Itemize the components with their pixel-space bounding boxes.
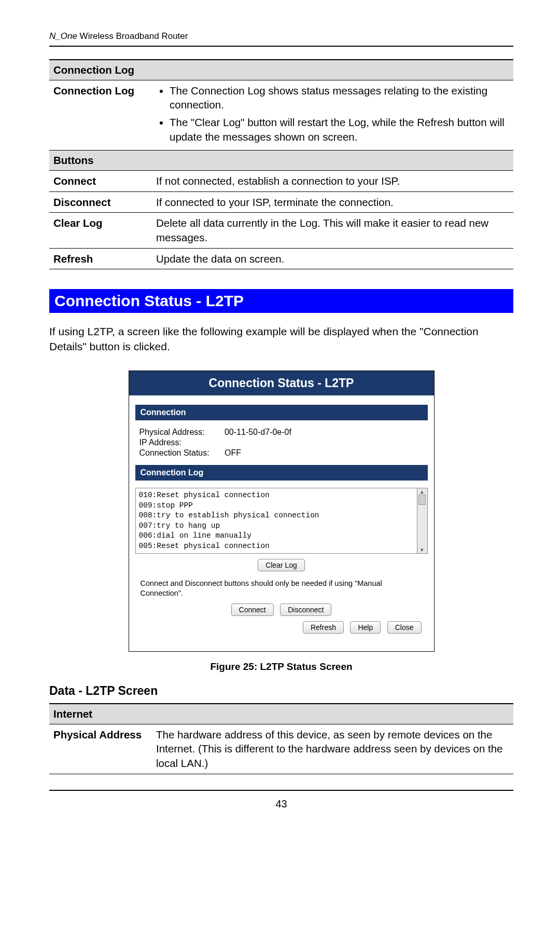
bullet: The Connection Log shows status messages… [170, 84, 508, 112]
field-ip-address: IP Address: [139, 438, 424, 447]
refresh-button[interactable]: Refresh [303, 621, 344, 634]
scroll-down-icon[interactable]: ▾ [421, 547, 424, 553]
header-rule [49, 46, 513, 47]
footer-rule [49, 790, 513, 791]
row-label: Connect [49, 171, 152, 192]
log-scrollbar[interactable]: ▴ ▾ [417, 488, 428, 554]
field-label: Connection Status: [139, 448, 222, 458]
row-content: Update the data on screen. [152, 248, 513, 269]
section-heading: Buttons [49, 150, 513, 171]
intro-paragraph: If using L2TP, a screen like the followi… [49, 324, 513, 354]
row-content: The Connection Log shows status messages… [152, 80, 513, 150]
section-heading: Internet [49, 704, 513, 724]
running-header: N_One Wireless Broadband Router [49, 31, 513, 42]
row-label: Refresh [49, 248, 152, 269]
header-product-name: N_One [49, 31, 77, 41]
log-textarea[interactable]: 010:Reset physical connection 009:stop P… [135, 488, 417, 554]
header-product-desc: Wireless Broadband Router [77, 31, 188, 41]
scroll-thumb[interactable] [418, 495, 426, 505]
field-connection-status: Connection Status: OFF [139, 448, 424, 458]
connect-button[interactable]: Connect [231, 604, 274, 616]
row-content: The hardware address of this device, as … [152, 724, 513, 774]
row-content: If connected to your ISP, terminate the … [152, 191, 513, 213]
field-value: OFF [225, 448, 241, 457]
scroll-up-icon[interactable]: ▴ [421, 489, 424, 495]
page-number: 43 [49, 798, 513, 810]
l2tp-status-screenshot: Connection Status - L2TP Connection Phys… [129, 371, 435, 652]
clear-log-button[interactable]: Clear Log [258, 559, 305, 571]
row-content: Delete all data currently in the Log. Th… [152, 213, 513, 248]
field-physical-address: Physical Address: 00-11-50-d7-0e-0f [139, 428, 424, 437]
connection-log-table: Connection Log Connection Log The Connec… [49, 59, 513, 269]
row-label: Disconnect [49, 191, 152, 213]
section-heading: Connection Log [49, 60, 513, 80]
page: N_One Wireless Broadband Router Connecti… [0, 0, 560, 831]
note-text: Connect and Disconnect buttons should on… [141, 579, 423, 598]
row-label: Connection Log [49, 80, 152, 150]
row-label: Clear Log [49, 213, 152, 248]
bullet: The "Clear Log" button will restart the … [170, 115, 508, 144]
window-title: Connection Status - L2TP [129, 371, 434, 395]
row-content: If not connected, establish a connection… [152, 171, 513, 192]
field-value: 00-11-50-d7-0e-0f [225, 428, 291, 436]
l2tp-data-table: Internet Physical Address The hardware a… [49, 703, 513, 774]
figure-wrapper: Connection Status - L2TP Connection Phys… [49, 371, 513, 652]
log-area: 010:Reset physical connection 009:stop P… [135, 488, 428, 554]
disconnect-button[interactable]: Disconnect [280, 604, 331, 616]
section-bar-connection: Connection [135, 405, 428, 420]
help-button[interactable]: Help [350, 621, 381, 634]
close-button[interactable]: Close [387, 621, 422, 634]
field-label: IP Address: [139, 438, 222, 447]
field-label: Physical Address: [139, 428, 222, 437]
row-label: Physical Address [49, 724, 152, 774]
data-heading: Data - L2TP Screen [49, 684, 513, 698]
section-title: Connection Status - L2TP [49, 289, 513, 313]
section-bar-log: Connection Log [135, 465, 428, 481]
figure-caption: Figure 25: L2TP Status Screen [49, 661, 513, 673]
